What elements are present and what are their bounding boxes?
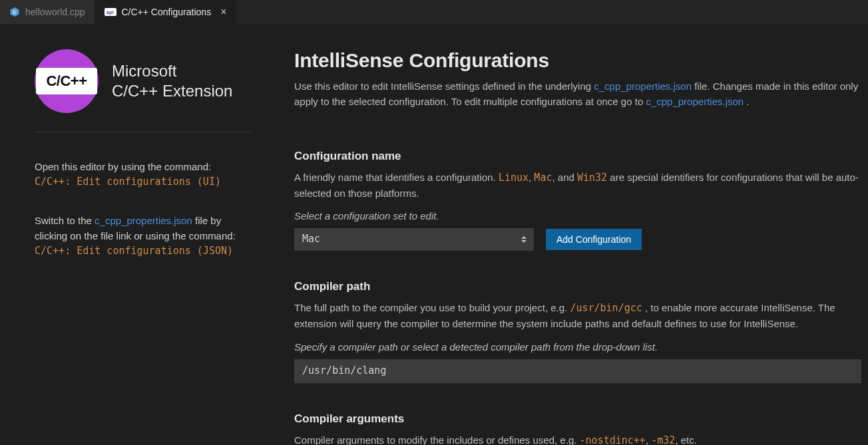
section-compiler-args: Compiler arguments Compiler arguments to…	[294, 412, 861, 446]
section-heading: Compiler arguments	[294, 412, 861, 426]
configuration-select-value: Mac	[294, 228, 534, 249]
tab-label: C/C++ Configurations	[122, 7, 212, 17]
section-description: The full path to the compiler you use to…	[294, 300, 861, 332]
open-editor-text: Open this editor by using the command:	[35, 159, 250, 174]
section-description: A friendly name that identifies a config…	[294, 170, 861, 202]
section-heading: Configuration name	[294, 150, 861, 163]
section-compiler-path: Compiler path The full path to the compi…	[294, 280, 861, 383]
add-configuration-button[interactable]: Add Configuration	[546, 229, 642, 250]
switch-json-note: Switch to the c_cpp_properties.json file…	[35, 213, 250, 259]
properties-json-link[interactable]: c_cpp_properties.json	[646, 96, 744, 107]
token-win32: Win32	[577, 172, 607, 184]
switch-note-pre: Switch to the	[35, 215, 95, 226]
section-heading: Compiler path	[294, 280, 861, 293]
token-mac: Mac	[534, 172, 552, 184]
compiler-path-input[interactable]: /usr/bin/clang	[294, 359, 861, 383]
token-linux: Linux	[499, 172, 529, 184]
open-editor-command: C/C++: Edit configurations (UI)	[35, 174, 250, 190]
tab-helloworld[interactable]: C helloworld.cpp	[0, 0, 95, 24]
open-editor-note: Open this editor by using the command: C…	[35, 159, 250, 190]
properties-json-link[interactable]: c_cpp_properties.json	[95, 215, 192, 226]
main-content: IntelliSense Configurations Use this edi…	[266, 24, 868, 445]
close-icon[interactable]: ×	[220, 7, 226, 17]
tab-label: helloworld.cpp	[25, 7, 85, 17]
sidebar: C/C++ Microsoft C/C++ Extension Open thi…	[0, 24, 266, 445]
section-config-name: Configuration name A friendly name that …	[294, 150, 861, 251]
extension-publisher: Microsoft	[112, 61, 232, 81]
tab-cpp-config[interactable]: C/C++ Configurations ×	[95, 0, 237, 24]
extension-name: C/C++ Extension	[112, 81, 232, 101]
extension-logo-icon: C/C++	[35, 49, 99, 113]
tab-bar: C helloworld.cpp C/C++ Configurations ×	[0, 0, 868, 24]
extension-brand: C/C++ Microsoft C/C++ Extension	[35, 49, 250, 132]
properties-json-link[interactable]: c_cpp_properties.json	[594, 80, 692, 92]
updown-icon	[521, 234, 527, 245]
example-arg: -nostdinc++	[580, 434, 646, 446]
section-description: Compiler arguments to modify the include…	[294, 432, 861, 446]
svg-text:C: C	[13, 9, 17, 15]
page-title: IntelliSense Configurations	[294, 49, 861, 72]
api-icon	[105, 8, 116, 16]
switch-json-command: C/C++: Edit configurations (JSON)	[35, 243, 250, 259]
configuration-select[interactable]: Mac	[294, 228, 534, 251]
example-arg: -m32	[651, 434, 675, 446]
page-intro: Use this editor to edit IntelliSense set…	[294, 78, 861, 110]
section-instruction: Specify a compiler path or select a dete…	[294, 341, 861, 353]
extension-logo-text: C/C++	[36, 68, 97, 94]
section-instruction: Select a configuration set to edit.	[294, 210, 861, 222]
cpp-file-icon: C	[9, 7, 20, 17]
example-path: /usr/bin/gcc	[570, 302, 642, 314]
